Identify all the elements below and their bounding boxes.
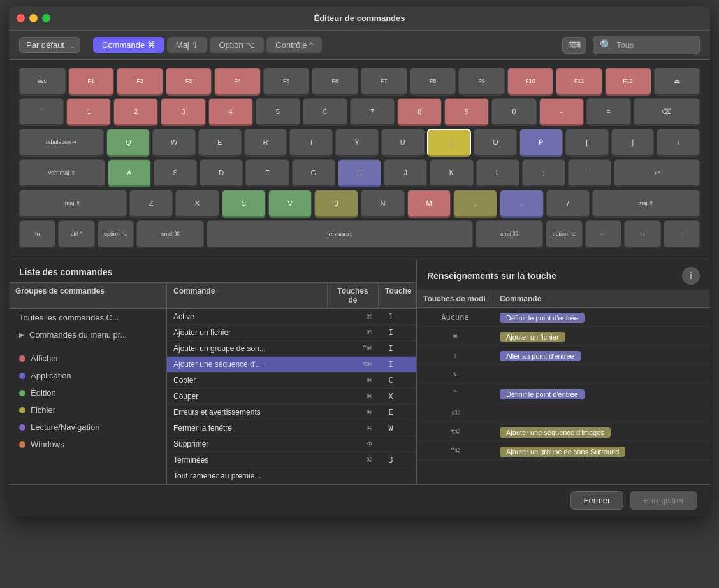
key-9[interactable]: 9 [444, 98, 489, 126]
cmd-row[interactable]: Fermer la fenêtre ⌘ W [167, 420, 416, 436]
mod-btn-controle[interactable]: Contrôle ^ [266, 37, 322, 53]
group-item-application[interactable]: Application [9, 367, 166, 384]
key-rbracket[interactable]: ] [611, 129, 655, 157]
key-f5[interactable]: F5 [263, 68, 310, 96]
key-f12[interactable]: F12 [605, 68, 651, 96]
key-f9[interactable]: F9 [458, 68, 505, 96]
key-f10[interactable]: F10 [507, 68, 554, 96]
key-h[interactable]: H [338, 159, 381, 187]
group-item-all[interactable]: Toutes les commandes C... [9, 309, 166, 326]
group-item-menu[interactable]: ▶ Commandes du menu pr... [9, 326, 166, 343]
key-option-right[interactable]: option ⌥ [546, 220, 582, 248]
key-eject[interactable]: ⏏ [654, 68, 701, 96]
group-item-afficher[interactable]: Afficher [9, 350, 166, 367]
group-item-lecture[interactable]: Lecture/Navigation [9, 419, 166, 436]
close-icon[interactable] [17, 14, 25, 22]
key-f11[interactable]: F11 [556, 68, 602, 96]
key-o[interactable]: O [474, 129, 517, 157]
key-cmd-right[interactable]: cmd ⌘ [476, 220, 543, 248]
key-1[interactable]: 1 [66, 98, 111, 126]
key-z[interactable]: Z [129, 190, 173, 218]
save-button[interactable]: Enregistrer [630, 491, 697, 510]
key-fn[interactable]: fn [19, 220, 55, 248]
key-i[interactable]: I [427, 129, 472, 157]
group-item-edition[interactable]: Édition [9, 384, 166, 401]
cmd-row[interactable]: Ajouter un groupe de son... ^⌘ I [167, 341, 416, 357]
key-f3[interactable]: F3 [166, 68, 212, 96]
mod-btn-option[interactable]: Option ⌥ [210, 37, 264, 53]
key-semicolon[interactable]: ; [522, 159, 565, 187]
key-c[interactable]: C [222, 190, 266, 218]
key-backtick[interactable]: ` [19, 98, 64, 126]
mod-btn-maj[interactable]: Maj ⇧ [167, 37, 208, 53]
cmd-row[interactable]: Active ⌘ 1 [167, 309, 416, 325]
keyboard-layout-button[interactable]: ⌨ [562, 37, 586, 54]
key-4[interactable]: 4 [208, 98, 253, 126]
key-8[interactable]: 8 [397, 98, 442, 126]
key-f[interactable]: F [245, 159, 289, 187]
key-f8[interactable]: F8 [410, 68, 456, 96]
key-right[interactable]: → [664, 220, 700, 248]
key-ctrl[interactable]: ctrl ^ [58, 220, 94, 248]
key-y[interactable]: Y [335, 129, 379, 157]
search-input[interactable] [616, 40, 693, 50]
key-7[interactable]: 7 [350, 98, 395, 126]
key-s[interactable]: S [154, 159, 197, 187]
cancel-button[interactable]: Fermer [570, 491, 624, 510]
key-tab[interactable]: tabulation ⇥ [19, 129, 104, 157]
key-slash[interactable]: / [546, 190, 590, 218]
key-v[interactable]: V [268, 190, 312, 218]
cmd-row[interactable]: Terminées ⌘ 3 [167, 452, 416, 468]
key-b[interactable]: B [314, 190, 358, 218]
key-3[interactable]: 3 [161, 98, 205, 126]
key-a[interactable]: A [108, 159, 151, 187]
key-5[interactable]: 5 [256, 98, 300, 126]
key-esc[interactable]: esc [19, 68, 66, 96]
key-capslock[interactable]: verr maj ⇪ [19, 159, 105, 187]
group-item-fichier[interactable]: Fichier [9, 401, 166, 419]
key-backslash[interactable]: \ [657, 129, 700, 157]
key-t[interactable]: T [289, 129, 333, 157]
group-item-windows[interactable]: Windows [9, 436, 166, 453]
key-f1[interactable]: F1 [68, 68, 115, 96]
key-w[interactable]: W [152, 129, 196, 157]
key-quote[interactable]: ' [568, 159, 611, 187]
key-p[interactable]: P [519, 129, 563, 157]
key-option-left[interactable]: option ⌥ [98, 220, 134, 248]
key-f2[interactable]: F2 [117, 68, 163, 96]
key-left[interactable]: ← [585, 220, 621, 248]
maximize-icon[interactable] [42, 14, 50, 22]
key-0[interactable]: 0 [491, 98, 536, 126]
key-r[interactable]: R [244, 129, 287, 157]
key-g[interactable]: G [292, 159, 335, 187]
key-equals[interactable]: = [586, 98, 631, 126]
cmd-row[interactable]: Copier ⌘ C [167, 373, 416, 389]
key-lbracket[interactable]: [ [565, 129, 609, 157]
key-cmd-left[interactable]: cmd ⌘ [136, 220, 204, 248]
key-f6[interactable]: F6 [312, 68, 358, 96]
key-q[interactable]: Q [106, 129, 150, 157]
cmd-row-selected[interactable]: Ajouter une séquence d'... ⌥⌘ I [167, 357, 416, 373]
cmd-row[interactable]: Tout ramener au premie... [167, 468, 416, 484]
key-k[interactable]: K [430, 159, 473, 187]
cmd-row[interactable]: Supprimer ⌫ [167, 436, 416, 452]
key-minus[interactable]: - [539, 98, 584, 126]
key-period[interactable]: . [500, 190, 544, 218]
key-comma[interactable]: , [453, 190, 497, 218]
key-backspace[interactable]: ⌫ [634, 98, 700, 126]
preset-dropdown[interactable]: Par défaut [19, 37, 80, 53]
key-shift-right[interactable]: maj ⇧ [592, 190, 700, 218]
key-m[interactable]: M [407, 190, 451, 218]
cmd-row[interactable]: Ajouter un fichier ⌘ I [167, 325, 416, 341]
key-updown[interactable]: ↑↓ [624, 220, 660, 248]
key-d[interactable]: D [200, 159, 243, 187]
info-button[interactable]: i [682, 267, 700, 285]
key-space[interactable]: espace [207, 220, 473, 248]
key-j[interactable]: J [384, 159, 427, 187]
key-2[interactable]: 2 [113, 98, 158, 126]
key-return[interactable]: ↩ [614, 159, 700, 187]
key-u[interactable]: U [381, 129, 425, 157]
key-n[interactable]: N [361, 190, 405, 218]
minimize-icon[interactable] [29, 14, 38, 22]
key-shift-left[interactable]: maj ⇧ [19, 190, 127, 218]
